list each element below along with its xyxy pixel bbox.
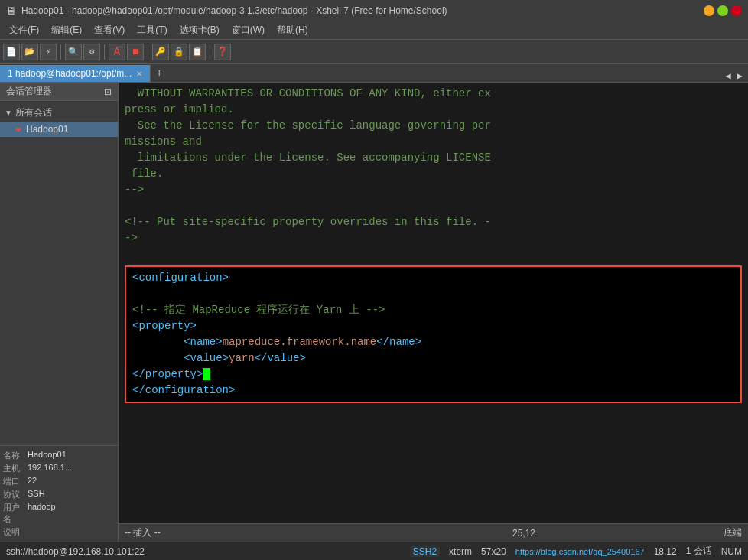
- term-size: 57x20: [481, 546, 506, 557]
- term-line: press or implied.: [119, 102, 748, 118]
- tab-navigation: ◀ ▶: [724, 70, 748, 82]
- prop-description: 说明: [3, 526, 115, 539]
- session-icon: ❤: [15, 125, 21, 134]
- statusbar: -- 插入 -- 25,12 底端: [119, 523, 748, 542]
- menu-view[interactable]: 查看(V): [88, 22, 131, 38]
- toolbar-sep1: [60, 44, 61, 60]
- term-line: <!-- Put site-specific property override…: [119, 214, 748, 230]
- prop-name: 名称 Hadoop01: [3, 449, 115, 462]
- menu-window[interactable]: 窗口(W): [226, 22, 271, 38]
- session-hadoop01[interactable]: ❤ Hadoop01: [0, 122, 118, 137]
- sidebar-header: 会话管理器 ⊡: [0, 83, 118, 101]
- prop-port-label: 端口: [3, 476, 28, 487]
- sidebar-title: 会话管理器: [6, 85, 52, 98]
- menu-tabs[interactable]: 选项卡(B): [174, 22, 226, 38]
- window-controls: [704, 5, 742, 16]
- menu-tools[interactable]: 工具(T): [131, 22, 173, 38]
- session-group: ▼ 所有会话 ❤ Hadoop01: [0, 101, 118, 140]
- toolbar-key[interactable]: 🔑: [152, 44, 169, 60]
- term-line: -->: [119, 182, 748, 198]
- menu-edit[interactable]: 编辑(E): [45, 22, 88, 38]
- prop-protocol-label: 协议: [3, 489, 28, 500]
- term-line: missions and: [119, 134, 748, 150]
- all-sessions-header[interactable]: ▼ 所有会话: [0, 104, 118, 122]
- tab-add-button[interactable]: +: [151, 65, 167, 82]
- term-line: ->: [119, 230, 748, 246]
- config-close-tag: </configuration>: [126, 383, 740, 399]
- prop-username-label: 用户名: [3, 502, 28, 525]
- term-line: limitations under the License. See accom…: [119, 150, 748, 166]
- toolbar-settings[interactable]: ⚙: [83, 44, 100, 60]
- scroll-position: 底端: [724, 526, 742, 539]
- config-comment: <!-- 指定 MapReduce 程序运行在 Yarn 上 -->: [126, 302, 740, 318]
- prop-protocol-value: SSH: [28, 489, 45, 500]
- tab-prev[interactable]: ◀: [724, 70, 733, 82]
- toolbar-color[interactable]: A: [109, 44, 125, 60]
- cursor: [203, 368, 210, 380]
- session-count: 1 会话: [686, 545, 712, 558]
- toolbar-sep4: [210, 44, 210, 60]
- config-blank: [126, 286, 740, 302]
- prop-username-value: hadoop: [28, 502, 56, 525]
- toolbar: 📄 📂 ⚡ 🔍 ⚙ A ⏹ 🔑 🔒 📋 ❓: [0, 40, 748, 64]
- cursor-position: 25,12: [324, 528, 724, 539]
- sidebar: 会话管理器 ⊡ ▼ 所有会话 ❤ Hadoop01 名称 Hadoop01 主: [0, 83, 119, 542]
- term-line: file.: [119, 166, 748, 182]
- tabbar: 1 hadoop@hadoop01:/opt/m... ✕ + ◀ ▶: [0, 64, 748, 83]
- cursor-col: 18,12: [654, 546, 677, 557]
- blog-link[interactable]: https://blog.csdn.net/qq_25400167: [515, 547, 645, 556]
- toolbar-connect[interactable]: ⚡: [40, 44, 57, 60]
- titlebar: 🖥 Hadoop01 - hadoop@hadoop01:/opt/module…: [0, 0, 748, 21]
- prop-name-value: Hadoop01: [28, 450, 67, 461]
- vim-mode: -- 插入 --: [125, 526, 324, 539]
- toolbar-lock[interactable]: 🔒: [171, 44, 187, 60]
- toolbar-stop[interactable]: ⏹: [127, 44, 144, 60]
- prop-name-label: 名称: [3, 450, 28, 461]
- property-open-tag: <property>: [126, 318, 740, 334]
- maximize-button[interactable]: [717, 5, 728, 16]
- toolbar-help[interactable]: ❓: [214, 44, 231, 60]
- prop-username: 用户名 hadoop: [3, 501, 115, 526]
- term-line: [119, 246, 748, 262]
- term-type: xterm: [449, 546, 472, 557]
- infobar: ssh://hadoop@192.168.10.101:22 SSH2 xter…: [0, 542, 748, 560]
- ssh-connection: ssh://hadoop@192.168.10.101:22: [6, 546, 145, 557]
- tab-next[interactable]: ▶: [735, 70, 745, 82]
- term-line: WITHOUT WARRANTIES OR CONDITIONS OF ANY …: [119, 86, 748, 102]
- terminal-wrapper: WITHOUT WARRANTIES OR CONDITIONS OF ANY …: [119, 83, 748, 542]
- tab-1[interactable]: 1 hadoop@hadoop01:/opt/m... ✕: [0, 65, 151, 82]
- tab-close-icon[interactable]: ✕: [136, 70, 142, 78]
- group-label: 所有会话: [15, 106, 52, 119]
- name-tag-line: <name>mapreduce.framework.name</name>: [126, 334, 740, 350]
- menu-file[interactable]: 文件(F): [3, 22, 45, 38]
- close-button[interactable]: [731, 5, 742, 16]
- terminal[interactable]: WITHOUT WARRANTIES OR CONDITIONS OF ANY …: [119, 83, 748, 523]
- prop-host: 主机 192.168.1...: [3, 462, 115, 475]
- prop-protocol: 协议 SSH: [3, 488, 115, 501]
- sidebar-content: ▼ 所有会话 ❤ Hadoop01: [0, 101, 118, 445]
- property-close-tag: </property>: [126, 366, 740, 383]
- main-area: 会话管理器 ⊡ ▼ 所有会话 ❤ Hadoop01 名称 Hadoop01 主: [0, 83, 748, 542]
- config-open-tag: <configuration>: [126, 270, 740, 286]
- minimize-button[interactable]: [704, 5, 714, 16]
- value-tag-line: <value>yarn</value>: [126, 350, 740, 366]
- toolbar-search[interactable]: 🔍: [65, 44, 82, 60]
- status-items: SSH2 xterm 57x20 https://blog.csdn.net/q…: [410, 545, 742, 558]
- prop-port-value: 22: [28, 476, 37, 487]
- prop-host-value: 192.168.1...: [28, 463, 72, 474]
- sidebar-pin-icon[interactable]: ⊡: [104, 86, 112, 97]
- config-block: <configuration> <!-- 指定 MapReduce 程序运行在 …: [125, 265, 742, 403]
- toolbar-transfer[interactable]: 📋: [189, 44, 206, 60]
- ssh-version: SSH2: [410, 546, 440, 557]
- prop-desc-label: 说明: [3, 526, 28, 538]
- expand-arrow-icon: ▼: [5, 109, 12, 117]
- tab-label: 1 hadoop@hadoop01:/opt/m...: [8, 68, 132, 79]
- menubar: 文件(F) 编辑(E) 查看(V) 工具(T) 选项卡(B) 窗口(W) 帮助(…: [0, 21, 748, 40]
- num-mode: NUM: [721, 546, 742, 557]
- toolbar-new[interactable]: 📄: [3, 44, 20, 60]
- toolbar-sep2: [104, 44, 105, 60]
- term-line: See the License for the specific languag…: [119, 118, 748, 134]
- toolbar-open[interactable]: 📂: [21, 44, 38, 60]
- properties-panel: 名称 Hadoop01 主机 192.168.1... 端口 22 协议 SSH…: [0, 445, 118, 542]
- menu-help[interactable]: 帮助(H): [271, 22, 314, 38]
